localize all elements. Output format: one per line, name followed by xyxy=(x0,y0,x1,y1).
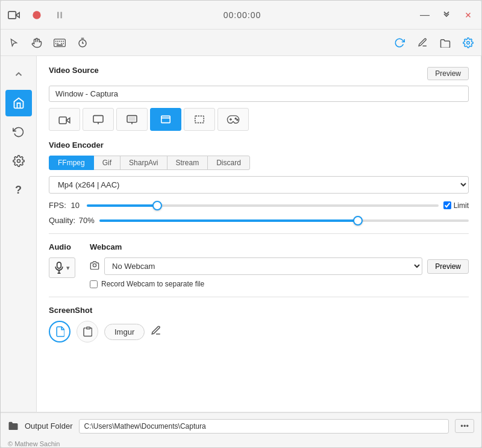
toolbar-left xyxy=(5,34,91,51)
screenshot-clipboard-button[interactable] xyxy=(77,321,98,342)
title-bar-left xyxy=(5,7,68,24)
divider-2 xyxy=(49,297,469,297)
content-panel: Video Source Preview xyxy=(37,56,481,412)
svg-point-1 xyxy=(33,11,40,19)
limit-checkbox[interactable] xyxy=(443,201,451,209)
tab-ffmpeg[interactable]: FFmpeg xyxy=(49,156,94,170)
audio-webcam-row: Audio ▾ Webcam xyxy=(49,242,469,288)
source-gamepad-button[interactable] xyxy=(218,108,249,131)
sidebar-item-home[interactable] xyxy=(5,90,32,116)
camera-button[interactable] xyxy=(5,7,22,24)
svg-rect-40 xyxy=(87,327,90,329)
record-webcam-checkbox[interactable] xyxy=(90,280,98,288)
quality-slider-track[interactable] xyxy=(99,219,469,222)
sidebar: ? xyxy=(1,56,37,412)
source-camera-button[interactable] xyxy=(49,108,80,131)
source-monitor-button[interactable] xyxy=(116,108,148,131)
gear-tool-button[interactable] xyxy=(460,34,477,51)
limit-check: Limit xyxy=(443,201,469,210)
screenshot-file-button[interactable] xyxy=(49,321,70,342)
keyboard-tool-button[interactable] xyxy=(51,34,68,51)
video-preview-button[interactable]: Preview xyxy=(427,67,469,80)
source-window-button[interactable] xyxy=(150,108,181,131)
webcam-title: Webcam xyxy=(90,242,469,251)
double-chevron-button[interactable] xyxy=(438,7,455,24)
tab-discard[interactable]: Discard xyxy=(207,156,250,170)
divider-1 xyxy=(49,233,469,234)
webcam-select[interactable]: No Webcam xyxy=(104,257,422,275)
webcam-section: Webcam No Webcam Preview xyxy=(90,242,469,288)
audio-mic-button[interactable]: ▾ xyxy=(49,257,75,278)
quality-slider-row: Quality: 70% xyxy=(49,216,469,225)
tab-gif[interactable]: Gif xyxy=(93,156,120,170)
sidebar-item-up[interactable] xyxy=(5,61,32,87)
sidebar-item-history[interactable] xyxy=(5,119,32,145)
timer-tool-button[interactable] xyxy=(74,34,91,51)
sidebar-item-settings[interactable] xyxy=(5,148,32,174)
svg-point-19 xyxy=(467,41,470,44)
audio-title: Audio xyxy=(49,242,75,251)
source-icons-row xyxy=(49,108,469,131)
footer-output-label: Output Folder xyxy=(25,421,73,431)
record-webcam-label: Record Webcam to separate file xyxy=(101,280,204,288)
copyright-text: © Mathew Sachin xyxy=(1,439,481,447)
folder-tool-button[interactable] xyxy=(437,34,454,51)
screenshot-row: Imgur xyxy=(49,321,469,342)
screenshot-pencil-button[interactable] xyxy=(151,325,161,338)
svg-rect-3 xyxy=(60,11,62,18)
pause-button[interactable] xyxy=(51,7,68,24)
footer-path-input[interactable] xyxy=(79,419,449,434)
quality-slider-thumb[interactable] xyxy=(353,216,363,226)
fps-slider-row: FPS: 10 Limit xyxy=(49,201,469,210)
svg-rect-28 xyxy=(128,117,135,121)
minimize-button[interactable]: — xyxy=(416,7,433,24)
fps-slider-track[interactable] xyxy=(87,204,439,207)
svg-point-35 xyxy=(237,119,238,121)
screenshot-imgur-button[interactable]: Imgur xyxy=(104,324,145,340)
footer-area: Output Folder ••• © Mathew Sachin xyxy=(1,412,481,447)
sidebar-item-help[interactable]: ? xyxy=(5,177,32,203)
quality-label: Quality: 70% xyxy=(49,216,95,225)
source-monitor-full-button[interactable] xyxy=(83,108,114,131)
toolbar-row xyxy=(1,30,481,56)
svg-rect-31 xyxy=(195,116,204,122)
audio-chevron: ▾ xyxy=(66,264,70,272)
fps-label: FPS: 10 xyxy=(49,201,82,210)
title-bar: 00:00:00 — xyxy=(1,1,481,30)
cursor-tool-button[interactable] xyxy=(5,34,22,51)
encoder-tabs: FFmpeg Gif SharpAvi Stream Discard xyxy=(49,156,469,170)
source-region-button[interactable] xyxy=(184,108,215,131)
svg-rect-0 xyxy=(8,11,16,19)
webcam-select-row: No Webcam Preview xyxy=(90,257,469,275)
svg-point-39 xyxy=(93,263,96,267)
svg-rect-22 xyxy=(93,116,103,122)
svg-point-34 xyxy=(235,118,236,119)
svg-rect-29 xyxy=(161,116,170,122)
title-bar-right: — xyxy=(416,7,477,24)
pen-tool-button[interactable] xyxy=(414,34,431,51)
close-button[interactable] xyxy=(460,7,477,24)
toolbar-right xyxy=(391,34,477,51)
codec-select[interactable]: Mp4 (x264 | AAC) xyxy=(49,176,469,194)
fps-slider-fill xyxy=(87,204,157,207)
svg-rect-21 xyxy=(59,117,66,124)
svg-rect-36 xyxy=(57,262,61,268)
footer-dots-button[interactable]: ••• xyxy=(455,419,474,433)
audio-section: Audio ▾ xyxy=(49,242,75,288)
webcam-icon xyxy=(90,261,99,271)
record-button[interactable] xyxy=(28,7,45,24)
svg-rect-2 xyxy=(57,11,59,18)
fps-slider-thumb[interactable] xyxy=(152,201,162,210)
video-encoder-title: Video Encoder xyxy=(49,140,469,150)
refresh-tool-button[interactable] xyxy=(391,34,408,51)
screenshot-title: ScreenShot xyxy=(49,306,469,315)
tab-sharpavi[interactable]: SharpAvi xyxy=(120,156,167,170)
quality-slider-fill xyxy=(99,219,358,222)
source-input[interactable] xyxy=(49,86,469,102)
webcam-preview-button[interactable]: Preview xyxy=(427,259,469,274)
footer-folder-icon xyxy=(8,420,19,432)
video-source-header: Video Source Preview xyxy=(49,66,469,81)
hand-tool-button[interactable] xyxy=(28,34,45,51)
tab-stream[interactable]: Stream xyxy=(167,156,208,170)
timer-display: 00:00:00 xyxy=(68,10,416,20)
